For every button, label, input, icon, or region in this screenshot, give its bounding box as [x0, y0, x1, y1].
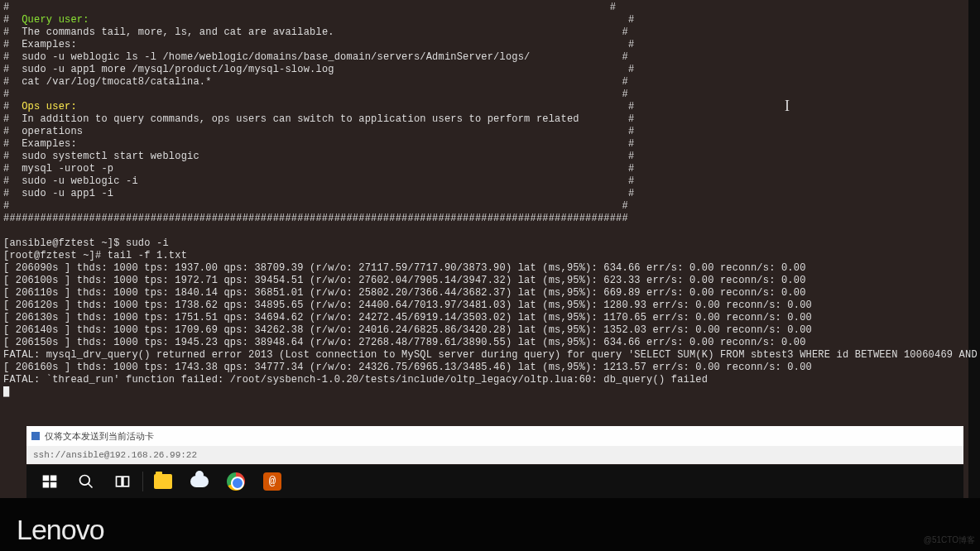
search-icon — [78, 473, 94, 490]
query-user-title: Query user: — [22, 14, 89, 26]
text-cursor-icon: I — [785, 98, 790, 115]
session-tab-bar[interactable]: 仅将文本发送到当前活动卡 — [26, 426, 963, 446]
folder-icon — [154, 474, 172, 489]
ssh-address: ssh://ansible@192.168.26.99:22 — [33, 450, 197, 460]
ops-example-1: sudo systemctl start weblogic — [22, 151, 199, 162]
ops-desc-1: In addition to query commands, ops users… — [22, 113, 579, 125]
cmd-tail: tail -f 1.txt — [108, 250, 187, 261]
log-line: [ 206100s ] thds: 1000 tps: 1972.71 qps:… — [3, 275, 806, 286]
log-line: [ 206120s ] thds: 1000 tps: 1738.62 qps:… — [3, 299, 812, 311]
prompt-root: [root@fztest ~]# — [3, 250, 108, 261]
log-line: [ 206130s ] thds: 1000 tps: 1751.51 qps:… — [3, 312, 812, 323]
svg-rect-7 — [123, 477, 129, 486]
examples-label-1: Examples: — [22, 39, 77, 50]
ops-user-title: Ops user: — [22, 101, 77, 113]
prompt-ansible: [ansible@fztest ~]$ — [3, 237, 126, 249]
monitor-frame: # # # Query user: — [0, 0, 980, 551]
query-example-2: sudo -u app1 more /mysql/product/log/mys… — [22, 64, 334, 75]
file-explorer-button[interactable] — [145, 465, 181, 498]
svg-rect-0 — [43, 476, 50, 482]
ops-example-2: mysql -uroot -p — [22, 163, 113, 175]
ops-desc-2: operations — [22, 126, 83, 137]
svg-point-4 — [80, 476, 90, 486]
hash-rule: ########################################… — [3, 213, 628, 224]
ops-example-4: sudo -u app1 -i — [22, 188, 113, 199]
log-line: [ 206160s ] thds: 1000 tps: 1743.38 qps:… — [3, 362, 812, 373]
tab-indicator-icon — [31, 432, 40, 440]
svg-rect-3 — [50, 482, 57, 488]
query-example-1: sudo -u weblogic ls -l /home/weblogic/do… — [22, 51, 530, 63]
examples-label-2: Examples: — [22, 138, 77, 150]
cloud-icon — [190, 476, 209, 487]
ssh-status-bar: ssh://ansible@192.168.26.99:22 — [26, 446, 963, 464]
svg-rect-2 — [43, 482, 50, 488]
snail-icon: @ — [263, 472, 281, 491]
svg-line-5 — [89, 484, 93, 488]
log-line-fatal: FATAL: mysql_drv_query() returned error … — [3, 349, 980, 361]
brand-logo: Lenovo — [17, 514, 104, 546]
log-line: [ 206090s ] thds: 1000 tps: 1937.00 qps:… — [3, 262, 806, 274]
log-line: [ 206150s ] thds: 1000 tps: 1945.23 qps:… — [3, 337, 806, 348]
chrome-button[interactable] — [218, 465, 254, 498]
chrome-icon — [227, 472, 245, 491]
search-button[interactable] — [68, 465, 104, 498]
start-button[interactable] — [31, 465, 68, 498]
taskbar-separator — [142, 472, 143, 491]
task-view-icon — [114, 473, 131, 490]
svg-rect-6 — [117, 477, 122, 486]
log-line-fatal: FATAL: `thread_run' function failed: /ro… — [3, 374, 708, 386]
cmd-sudo: sudo -i — [126, 237, 169, 249]
xshell-button[interactable]: @ — [254, 465, 291, 498]
query-user-desc: The commands tail, more, ls, and cat are… — [22, 26, 334, 38]
log-line: [ 206110s ] thds: 1000 tps: 1840.14 qps:… — [3, 287, 806, 299]
monitor-bezel: Lenovo — [0, 498, 980, 551]
watermark-text: @51CTO博客 — [924, 534, 975, 546]
windows-taskbar[interactable]: @ — [26, 465, 963, 498]
query-example-3: cat /var/log/tmocat8/catalina.* — [22, 76, 211, 88]
cloud-app-button[interactable] — [181, 465, 218, 498]
ops-example-3: sudo -u weblogic -i — [22, 175, 138, 187]
tab-label: 仅将文本发送到当前活动卡 — [45, 430, 154, 443]
screen-area: # # # Query user: — [0, 0, 968, 498]
svg-rect-1 — [50, 476, 57, 482]
task-view-button[interactable] — [104, 465, 141, 498]
terminal-output[interactable]: # # # Query user: — [0, 0, 968, 422]
windows-icon — [41, 473, 58, 490]
log-line: [ 206140s ] thds: 1000 tps: 1709.69 qps:… — [3, 324, 812, 336]
